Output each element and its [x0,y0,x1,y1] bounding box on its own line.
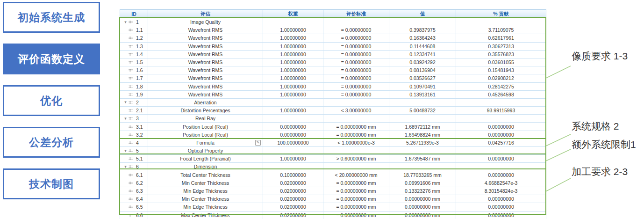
cell-criteria[interactable]: = 0.00000000 mm [323,203,389,211]
cell-evaluation[interactable]: Wavefront RMS ✎ [148,82,263,90]
cell-id[interactable]: ▾ 3.2 [120,131,148,139]
cell-id[interactable]: ▾ 2.1 [120,107,148,115]
sidebar-item-technical-drawing[interactable]: 技术制图 [3,168,100,199]
cell-value[interactable]: 0.03924292 [389,58,456,66]
table-row[interactable]: ▾ 5.1 Focal Length (Paraxial) ✎ 1.000000… [120,155,546,163]
cell-id[interactable]: ▾ 1.3 [120,42,148,50]
cell-evaluation[interactable]: Formula ✎ [148,139,263,146]
col-header-id[interactable]: ID [120,10,148,18]
cell-value[interactable]: 0.13323276 mm [389,187,456,195]
cell-id[interactable]: ▾ 3 [120,115,148,123]
cell-evaluation[interactable]: Image Quality ✎ [148,18,263,26]
cell-value[interactable]: 0.11444608 [389,42,456,50]
cell-contribution[interactable] [456,18,546,26]
cell-id[interactable]: ▾ 6.5 [120,203,148,211]
formula-edit-icon[interactable]: ✎ [255,140,261,146]
cell-criteria[interactable]: = 0.00000000 [323,58,389,66]
drag-handle-icon[interactable] [129,214,133,217]
col-header-contribution[interactable]: % 贡献 [456,10,546,18]
cell-value[interactable]: 1.67395487 mm [389,155,456,163]
cell-criteria[interactable] [323,147,389,155]
cell-contribution[interactable] [456,147,546,155]
cell-id[interactable]: ▾ 6.4 [120,195,148,203]
cell-criteria[interactable]: = 0.00000000 [323,82,389,90]
drag-handle-icon[interactable] [129,205,133,208]
cell-evaluation[interactable]: Min Edge Thickness ✎ [148,203,263,211]
cell-value[interactable]: 0.08136904 [389,66,456,74]
drag-handle-icon[interactable] [129,109,133,112]
cell-contribution[interactable] [456,98,546,106]
collapse-triangle-icon[interactable]: ▾ [122,149,129,153]
cell-evaluation[interactable]: Position Local (Real) ✎ [148,131,263,139]
cell-weight[interactable] [263,147,323,155]
cell-id[interactable]: ▾ 1 [120,18,148,26]
cell-evaluation[interactable]: Max Center Thickness ✎ [148,211,263,219]
cell-weight[interactable]: 0.02000000 [263,187,323,195]
cell-weight[interactable]: 0.02000000 [263,203,323,211]
cell-contribution[interactable] [456,163,546,171]
cell-evaluation[interactable]: Position Local (Real) ✎ [148,123,263,131]
cell-value[interactable]: 0.00000000 mm [389,203,456,211]
cell-weight[interactable]: 1.00000000 [263,34,323,42]
drag-handle-icon[interactable] [129,149,133,152]
cell-value[interactable] [389,163,456,171]
cell-value[interactable]: 0.03526627 [389,74,456,82]
cell-id[interactable]: ▾ 6.6 [120,211,148,219]
cell-weight[interactable]: 1.00000000 [263,74,323,82]
drag-handle-icon[interactable] [129,197,133,200]
collapse-triangle-icon[interactable]: ▾ [122,117,129,121]
cell-contribution[interactable]: 0.45264598 [456,90,546,98]
cell-value[interactable]: 0.10970491 [389,82,456,90]
drag-handle-icon[interactable] [129,29,133,31]
cell-id[interactable]: ▾ 6 [120,163,148,171]
cell-contribution[interactable]: 3.71109075 [456,26,546,34]
table-row[interactable]: ▾ 6.4 Min Center Thickness ✎ 0.02000000 … [120,195,546,203]
cell-evaluation[interactable]: Dimension ✎ [148,163,263,171]
cell-weight[interactable] [263,98,323,106]
cell-value[interactable]: 1.69498824 mm [389,131,456,139]
sidebar-item-merit-function-definition[interactable]: 评价函数定义 [3,44,100,74]
cell-contribution[interactable]: 0.00000000 [456,171,546,179]
drag-handle-icon[interactable] [129,69,133,72]
cell-evaluation[interactable]: Wavefront RMS ✎ [148,66,263,74]
cell-contribution[interactable]: 0.15481943 [456,66,546,74]
cell-criteria[interactable]: = 0.00000000 [323,50,389,58]
cell-contribution[interactable]: 0.00000000 [456,123,546,131]
cell-weight[interactable]: 1.00000000 [263,107,323,115]
cell-evaluation[interactable]: Wavefront RMS ✎ [148,74,263,82]
cell-evaluation[interactable]: Aberration ✎ [148,98,263,106]
table-row[interactable]: ▾ 1.8 Wavefront RMS ✎ 1.00000000 = 0.000… [120,82,546,90]
table-row[interactable]: ▾ 4 Formula ✎ 100.00000000 < 1.00000000e… [120,139,546,146]
cell-weight[interactable]: 1.00000000 [263,26,323,34]
cell-criteria[interactable]: = 0.00000000 mm [323,123,389,131]
cell-evaluation[interactable]: Min Edge Thickness ✎ [148,187,263,195]
cell-evaluation[interactable]: Wavefront RMS ✎ [148,50,263,58]
cell-evaluation[interactable]: Real Ray ✎ [148,115,263,123]
table-row[interactable]: ▾ 2 Aberration ✎ [120,98,546,106]
table-row[interactable]: ▾ 6.2 Min Center Thickness ✎ 0.02000000 … [120,179,546,187]
drag-handle-icon[interactable] [129,117,133,120]
drag-handle-icon[interactable] [129,190,133,192]
cell-id[interactable]: ▾ 1.4 [120,50,148,58]
cell-value[interactable]: 1.68972112 mm [389,123,456,131]
cell-weight[interactable]: 0.10000000 [263,171,323,179]
cell-criteria[interactable]: = 0.00000000 [323,42,389,50]
table-row[interactable]: ▾ 1.6 Wavefront RMS ✎ 1.00000000 = 0.000… [120,66,546,74]
cell-contribution[interactable]: 0.30627313 [456,42,546,50]
drag-handle-icon[interactable] [129,101,133,104]
table-row[interactable]: ▾ 6.6 Max Center Thickness ✎ 0.02000000 … [120,211,546,219]
cell-weight[interactable]: 1.00000000 [263,42,323,50]
cell-id[interactable]: ▾ 1.9 [120,90,148,98]
drag-handle-icon[interactable] [129,133,133,136]
cell-id[interactable]: ▾ 4 [120,139,148,146]
cell-weight[interactable]: 1.00000000 [263,66,323,74]
cell-value[interactable]: 0.16364243 [389,34,456,42]
cell-id[interactable]: ▾ 6.2 [120,179,148,187]
cell-id[interactable]: ▾ 1.7 [120,74,148,82]
cell-contribution[interactable]: 0.00000000 [456,131,546,139]
cell-contribution[interactable]: 93.99115993 [456,107,546,115]
cell-id[interactable]: ▾ 6.3 [120,187,148,195]
cell-value[interactable]: 0.39837975 [389,26,456,34]
drag-handle-icon[interactable] [129,21,133,23]
cell-criteria[interactable]: < 3.00000000 [323,107,389,115]
